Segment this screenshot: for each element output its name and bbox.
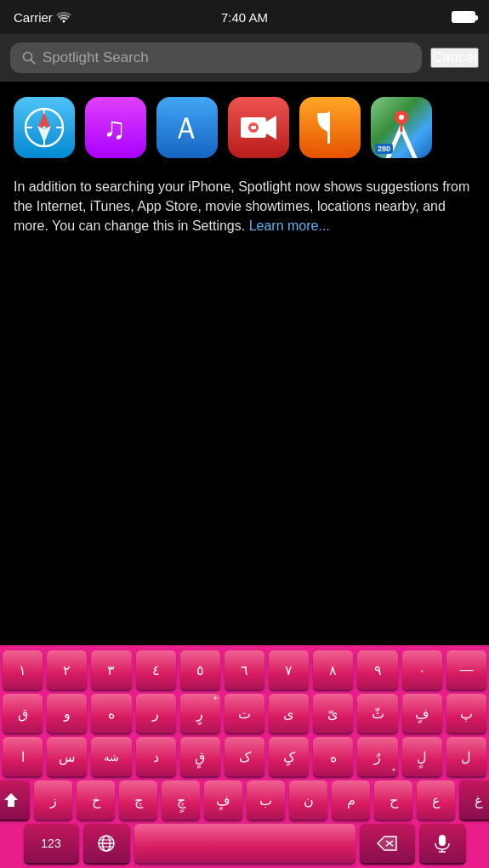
key-0[interactable]: ٠ — [402, 650, 442, 689]
key-pa[interactable]: پ — [446, 694, 486, 733]
key-waw[interactable]: و — [47, 694, 87, 733]
key-lam[interactable]: ل — [446, 737, 486, 776]
key-kaf[interactable]: ک — [225, 737, 264, 776]
svg-rect-15 — [251, 126, 256, 129]
battery-icon — [452, 11, 475, 23]
key-1[interactable]: ١ — [3, 650, 43, 689]
description-main: In addition to searching your iPhone, Sp… — [14, 179, 469, 233]
music-app-icon[interactable]: ♫ — [85, 97, 146, 158]
key-6[interactable]: ٦ — [225, 650, 264, 689]
key-7[interactable]: ٧ — [269, 650, 309, 689]
carrier-label: Carrier — [14, 10, 53, 25]
key-ra3[interactable]: رٌ✦ — [357, 737, 397, 776]
mic-key[interactable] — [419, 824, 466, 863]
svg-marker-13 — [266, 116, 276, 139]
key-wa2[interactable]: فٍ — [402, 694, 442, 733]
key-ra[interactable]: ر — [136, 694, 176, 733]
app-icons-row: ♫ Ａ 280 — [0, 82, 489, 170]
key-lam2[interactable]: لٍ — [402, 737, 442, 776]
key-3[interactable]: ٣ — [91, 650, 131, 689]
key-jim[interactable]: چ — [119, 780, 157, 820]
key-dash[interactable]: — — [446, 650, 486, 689]
battery-indicator — [452, 11, 475, 23]
keyboard-bottom-row: 123 — [3, 824, 486, 863]
search-input-container[interactable]: Spotlight Search — [10, 43, 422, 73]
svg-line-19 — [401, 128, 415, 158]
maps-app-icon[interactable]: 280 — [371, 97, 432, 158]
key-ha2[interactable]: ه — [313, 737, 353, 776]
keyboard: ١ ٢ ٣ ٤ ٥ ٦ ٧ ٨ ٩ ٠ — ق و ه ر رٍ✦ ت ی یّ… — [0, 645, 489, 868]
svg-text:Ａ: Ａ — [171, 111, 202, 145]
key-qaf2[interactable]: قٍ — [180, 737, 220, 776]
keyboard-row-3: ا س شه د قٍ ک کٍ ه رٌ✦ لٍ ل — [3, 737, 486, 776]
food-app-icon[interactable] — [299, 97, 361, 158]
key-tha[interactable]: ثّ — [357, 694, 397, 733]
key-ghain[interactable]: غ — [459, 780, 489, 820]
key-ha[interactable]: ه — [91, 694, 131, 733]
key-qaf[interactable]: ق — [3, 694, 43, 733]
keyboard-row-4: ز خ چ چٍ فٍ ب ن م ح ع غ — [3, 780, 486, 820]
key-shin[interactable]: شه — [91, 737, 131, 776]
key-ba[interactable]: ب — [247, 780, 285, 820]
empty-space — [0, 250, 489, 471]
status-bar: Carrier 7:40 AM — [0, 0, 489, 34]
key-zain[interactable]: ز — [34, 780, 72, 820]
search-icon — [22, 51, 36, 65]
space-key[interactable] — [134, 824, 355, 863]
appstore-app-icon[interactable]: Ａ — [156, 97, 218, 158]
svg-rect-16 — [327, 111, 330, 144]
key-kha[interactable]: خ — [77, 780, 115, 820]
svg-text:♫: ♫ — [103, 111, 126, 145]
key-nun[interactable]: ن — [289, 780, 327, 820]
key-fa2[interactable]: فٍ — [204, 780, 242, 820]
num-key[interactable]: 123 — [24, 824, 79, 863]
learn-more-link[interactable]: Learn more... — [249, 218, 330, 233]
backspace-key[interactable] — [360, 824, 415, 863]
key-ra2[interactable]: رٍ✦ — [180, 694, 220, 733]
key-ta[interactable]: ت — [225, 694, 264, 733]
key-sin[interactable]: س — [47, 737, 87, 776]
key-dal[interactable]: د — [136, 737, 176, 776]
svg-marker-22 — [4, 793, 18, 807]
key-4[interactable]: ٤ — [136, 650, 176, 689]
key-ain[interactable]: ع — [417, 780, 455, 820]
key-alef[interactable]: ا — [3, 737, 43, 776]
description-text: In addition to searching your iPhone, Sp… — [0, 170, 489, 250]
video-app-icon[interactable] — [228, 97, 289, 158]
key-mim[interactable]: م — [332, 780, 370, 820]
globe-key[interactable] — [83, 824, 130, 863]
key-8[interactable]: ٨ — [313, 650, 353, 689]
wifi-icon — [56, 11, 71, 23]
key-ha3[interactable]: ح — [374, 780, 412, 820]
svg-rect-30 — [439, 835, 446, 846]
key-jim2[interactable]: چٍ — [162, 780, 200, 820]
key-kaf2[interactable]: کٍ — [269, 737, 309, 776]
search-area: Spotlight Search Cancel — [0, 34, 489, 82]
key-ya2[interactable]: یّ — [313, 694, 353, 733]
shift-key[interactable] — [0, 780, 30, 820]
keyboard-row-2: ق و ه ر رٍ✦ ت ی یّ ثّ فٍ پ — [3, 694, 486, 733]
time-display: 7:40 AM — [221, 10, 268, 25]
key-9[interactable]: ٩ — [357, 650, 397, 689]
key-ya[interactable]: ی — [269, 694, 309, 733]
keyboard-row-1: ١ ٢ ٣ ٤ ٥ ٦ ٧ ٨ ٩ ٠ — — [3, 650, 486, 689]
search-placeholder: Spotlight Search — [43, 49, 149, 66]
svg-point-3 — [43, 127, 46, 129]
cancel-button[interactable]: Cancel — [430, 48, 479, 68]
carrier-wifi: Carrier — [14, 10, 71, 25]
svg-line-1 — [31, 60, 36, 65]
key-5[interactable]: ٥ — [180, 650, 220, 689]
maps-badge: 280 — [375, 144, 393, 154]
key-2[interactable]: ٢ — [47, 650, 87, 689]
svg-point-21 — [399, 115, 404, 120]
safari-app-icon[interactable] — [14, 97, 75, 158]
